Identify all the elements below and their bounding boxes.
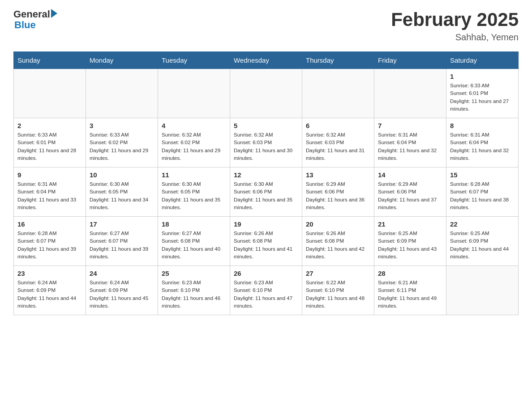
day-number: 15 bbox=[450, 171, 515, 179]
day-number: 2 bbox=[17, 122, 82, 129]
day-number: 6 bbox=[306, 122, 370, 129]
title-section: February 2025 Sahhab, Yemen bbox=[391, 9, 519, 43]
day-info: Sunrise: 6:28 AMSunset: 6:07 PMDaylight:… bbox=[17, 230, 82, 261]
calendar-cell: 11Sunrise: 6:30 AMSunset: 6:05 PMDayligh… bbox=[158, 167, 230, 217]
weekday-header-monday: Monday bbox=[86, 52, 158, 69]
day-info: Sunrise: 6:27 AMSunset: 6:08 PMDaylight:… bbox=[162, 230, 226, 261]
day-info: Sunrise: 6:32 AMSunset: 6:03 PMDaylight:… bbox=[306, 131, 370, 162]
day-info: Sunrise: 6:31 AMSunset: 6:04 PMDaylight:… bbox=[450, 131, 515, 162]
day-info: Sunrise: 6:33 AMSunset: 6:01 PMDaylight:… bbox=[450, 82, 515, 113]
day-number: 21 bbox=[378, 220, 442, 228]
calendar-cell: 19Sunrise: 6:26 AMSunset: 6:08 PMDayligh… bbox=[230, 217, 302, 266]
day-number: 25 bbox=[162, 270, 226, 277]
day-number: 3 bbox=[90, 122, 154, 129]
calendar-cell: 13Sunrise: 6:29 AMSunset: 6:06 PMDayligh… bbox=[302, 167, 374, 217]
calendar-cell: 28Sunrise: 6:21 AMSunset: 6:11 PMDayligh… bbox=[374, 266, 446, 315]
day-number: 12 bbox=[234, 171, 298, 179]
day-info: Sunrise: 6:26 AMSunset: 6:08 PMDaylight:… bbox=[306, 230, 370, 261]
calendar-cell: 5Sunrise: 6:32 AMSunset: 6:03 PMDaylight… bbox=[230, 118, 302, 167]
calendar-cell: 20Sunrise: 6:26 AMSunset: 6:08 PMDayligh… bbox=[302, 217, 374, 266]
calendar-week-row: 23Sunrise: 6:24 AMSunset: 6:09 PMDayligh… bbox=[14, 266, 519, 315]
day-info: Sunrise: 6:32 AMSunset: 6:03 PMDaylight:… bbox=[234, 131, 298, 162]
calendar-cell bbox=[158, 69, 230, 118]
calendar-cell: 12Sunrise: 6:30 AMSunset: 6:06 PMDayligh… bbox=[230, 167, 302, 217]
calendar-cell: 18Sunrise: 6:27 AMSunset: 6:08 PMDayligh… bbox=[158, 217, 230, 266]
day-number: 22 bbox=[450, 220, 515, 228]
logo-text-general: General bbox=[13, 9, 50, 20]
calendar-cell: 15Sunrise: 6:28 AMSunset: 6:07 PMDayligh… bbox=[446, 167, 519, 217]
calendar-cell: 1Sunrise: 6:33 AMSunset: 6:01 PMDaylight… bbox=[446, 69, 519, 118]
calendar-cell bbox=[374, 69, 446, 118]
weekday-header-wednesday: Wednesday bbox=[230, 52, 302, 69]
day-number: 16 bbox=[17, 220, 82, 228]
day-number: 7 bbox=[378, 122, 442, 129]
calendar-cell bbox=[446, 266, 519, 315]
calendar-cell bbox=[86, 69, 158, 118]
day-number: 20 bbox=[306, 220, 370, 228]
calendar-cell: 8Sunrise: 6:31 AMSunset: 6:04 PMDaylight… bbox=[446, 118, 519, 167]
calendar-cell: 26Sunrise: 6:23 AMSunset: 6:10 PMDayligh… bbox=[230, 266, 302, 315]
calendar-cell: 3Sunrise: 6:33 AMSunset: 6:02 PMDaylight… bbox=[86, 118, 158, 167]
day-info: Sunrise: 6:30 AMSunset: 6:06 PMDaylight:… bbox=[234, 180, 298, 211]
day-info: Sunrise: 6:30 AMSunset: 6:05 PMDaylight:… bbox=[162, 180, 226, 211]
month-title: February 2025 bbox=[391, 9, 519, 30]
calendar-body: 1Sunrise: 6:33 AMSunset: 6:01 PMDaylight… bbox=[14, 69, 519, 315]
day-number: 1 bbox=[450, 73, 515, 80]
day-info: Sunrise: 6:32 AMSunset: 6:02 PMDaylight:… bbox=[162, 131, 226, 162]
calendar-cell: 10Sunrise: 6:30 AMSunset: 6:05 PMDayligh… bbox=[86, 167, 158, 217]
weekday-header-saturday: Saturday bbox=[446, 52, 519, 69]
day-info: Sunrise: 6:33 AMSunset: 6:02 PMDaylight:… bbox=[90, 131, 154, 162]
weekday-header-thursday: Thursday bbox=[302, 52, 374, 69]
day-info: Sunrise: 6:25 AMSunset: 6:09 PMDaylight:… bbox=[450, 230, 515, 261]
day-number: 18 bbox=[162, 220, 226, 228]
calendar-cell: 2Sunrise: 6:33 AMSunset: 6:01 PMDaylight… bbox=[14, 118, 86, 167]
day-number: 28 bbox=[378, 270, 442, 277]
day-info: Sunrise: 6:26 AMSunset: 6:08 PMDaylight:… bbox=[234, 230, 298, 261]
location-text: Sahhab, Yemen bbox=[391, 32, 519, 43]
day-number: 8 bbox=[450, 122, 515, 129]
day-number: 23 bbox=[17, 270, 82, 277]
calendar-cell bbox=[14, 69, 86, 118]
day-info: Sunrise: 6:33 AMSunset: 6:01 PMDaylight:… bbox=[17, 131, 82, 162]
day-number: 5 bbox=[234, 122, 298, 129]
weekday-header-sunday: Sunday bbox=[14, 52, 86, 69]
day-number: 17 bbox=[90, 220, 154, 228]
day-number: 27 bbox=[306, 270, 370, 277]
day-number: 11 bbox=[162, 171, 226, 179]
day-number: 24 bbox=[90, 270, 154, 277]
calendar-week-row: 16Sunrise: 6:28 AMSunset: 6:07 PMDayligh… bbox=[14, 217, 519, 266]
day-number: 9 bbox=[17, 171, 82, 179]
day-info: Sunrise: 6:28 AMSunset: 6:07 PMDaylight:… bbox=[450, 180, 515, 211]
day-info: Sunrise: 6:23 AMSunset: 6:10 PMDaylight:… bbox=[162, 279, 226, 310]
day-number: 19 bbox=[234, 220, 298, 228]
logo-arrow-icon bbox=[51, 9, 57, 18]
logo-text-blue: Blue bbox=[14, 20, 36, 30]
day-number: 13 bbox=[306, 171, 370, 179]
day-info: Sunrise: 6:25 AMSunset: 6:09 PMDaylight:… bbox=[378, 230, 442, 261]
day-number: 10 bbox=[90, 171, 154, 179]
calendar-cell: 16Sunrise: 6:28 AMSunset: 6:07 PMDayligh… bbox=[14, 217, 86, 266]
calendar-cell: 17Sunrise: 6:27 AMSunset: 6:07 PMDayligh… bbox=[86, 217, 158, 266]
day-number: 4 bbox=[162, 122, 226, 129]
day-info: Sunrise: 6:31 AMSunset: 6:04 PMDaylight:… bbox=[17, 180, 82, 211]
calendar-cell: 7Sunrise: 6:31 AMSunset: 6:04 PMDaylight… bbox=[374, 118, 446, 167]
calendar-cell: 22Sunrise: 6:25 AMSunset: 6:09 PMDayligh… bbox=[446, 217, 519, 266]
day-info: Sunrise: 6:21 AMSunset: 6:11 PMDaylight:… bbox=[378, 279, 442, 310]
page-header: General Blue February 2025 Sahhab, Yemen bbox=[13, 9, 519, 43]
day-info: Sunrise: 6:29 AMSunset: 6:06 PMDaylight:… bbox=[378, 180, 442, 211]
calendar-cell bbox=[302, 69, 374, 118]
calendar-cell bbox=[230, 69, 302, 118]
day-number: 26 bbox=[234, 270, 298, 277]
calendar-header: SundayMondayTuesdayWednesdayThursdayFrid… bbox=[14, 52, 519, 69]
calendar-cell: 9Sunrise: 6:31 AMSunset: 6:04 PMDaylight… bbox=[14, 167, 86, 217]
calendar-cell: 27Sunrise: 6:22 AMSunset: 6:10 PMDayligh… bbox=[302, 266, 374, 315]
weekday-header-row: SundayMondayTuesdayWednesdayThursdayFrid… bbox=[14, 52, 519, 69]
calendar-cell: 24Sunrise: 6:24 AMSunset: 6:09 PMDayligh… bbox=[86, 266, 158, 315]
day-info: Sunrise: 6:23 AMSunset: 6:10 PMDaylight:… bbox=[234, 279, 298, 310]
calendar-cell: 4Sunrise: 6:32 AMSunset: 6:02 PMDaylight… bbox=[158, 118, 230, 167]
calendar-cell: 6Sunrise: 6:32 AMSunset: 6:03 PMDaylight… bbox=[302, 118, 374, 167]
day-number: 14 bbox=[378, 171, 442, 179]
weekday-header-friday: Friday bbox=[374, 52, 446, 69]
day-info: Sunrise: 6:29 AMSunset: 6:06 PMDaylight:… bbox=[306, 180, 370, 211]
day-info: Sunrise: 6:24 AMSunset: 6:09 PMDaylight:… bbox=[90, 279, 154, 310]
